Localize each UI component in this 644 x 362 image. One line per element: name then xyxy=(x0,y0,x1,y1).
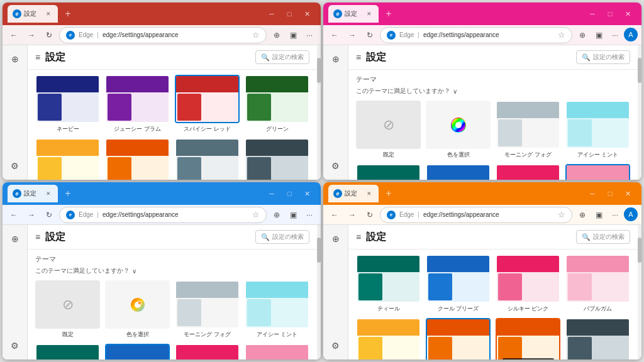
tab-close-1[interactable]: ✕ xyxy=(44,9,53,18)
sidebar-add-icon-4[interactable]: ⊕ xyxy=(327,230,345,248)
tab-close-4[interactable]: ✕ xyxy=(365,189,374,198)
collections-icon-4[interactable]: ⊕ xyxy=(575,207,590,222)
theme-item-icy-2[interactable]: アイシー ミント xyxy=(565,101,630,159)
theme-item-silky-4[interactable]: シルキー ピンク xyxy=(496,255,560,313)
bookmark-icon-4[interactable]: ☆ xyxy=(558,210,565,219)
tab-close-2[interactable]: ✕ xyxy=(365,9,374,18)
tab-2[interactable]: 設定 ✕ xyxy=(328,5,379,23)
collections-icon-2[interactable]: ⊕ xyxy=(575,28,590,43)
theme-item-morning-2[interactable]: モーニング フォグ xyxy=(496,101,560,159)
theme-item-dark-1[interactable]: ダーク グレー xyxy=(175,138,240,180)
new-tab-button-2[interactable]: + xyxy=(380,5,397,23)
theme-item-sunny-1[interactable]: サニー デイ xyxy=(35,138,100,180)
split-icon-4[interactable]: ▣ xyxy=(591,207,606,222)
url-bar-2[interactable]: e Edge | edge://settings/appearance ☆ xyxy=(380,27,572,43)
back-button-1[interactable]: ← xyxy=(6,28,21,43)
search-box-1[interactable]: 🔍 設定の検索 xyxy=(255,50,309,64)
theme-item-mango-4b[interactable]: マンゴー パラダイス マンゴー パラダイス xyxy=(496,318,560,359)
theme-item-icy-3[interactable]: アイシー ミント xyxy=(245,280,309,339)
sidebar-gear-icon-2[interactable]: ⚙ xyxy=(327,157,345,175)
theme-item-bubblegum-4[interactable]: バブルガム xyxy=(565,255,630,313)
profile-icon-4[interactable]: A xyxy=(624,207,638,221)
forward-button-4[interactable]: → xyxy=(345,207,360,222)
themes-content-3[interactable]: テーマ このテーマに満足していますか？ ∨ ⊘ 既定 xyxy=(28,250,317,359)
theme-item-silky-3[interactable]: シルキー ピンク xyxy=(175,344,240,359)
themes-content-2[interactable]: テーマ このテーマに満足していますか？ ∨ ⊘ 既定 xyxy=(348,70,638,180)
minimize-button-2[interactable]: ─ xyxy=(584,5,601,23)
hamburger-icon-3[interactable]: ≡ xyxy=(35,232,40,242)
scrollbar-4[interactable] xyxy=(638,225,641,359)
refresh-button-3[interactable]: ↻ xyxy=(42,207,57,222)
theme-item-bubblegum-3[interactable]: バブルガム xyxy=(245,344,309,359)
hamburger-icon-1[interactable]: ≡ xyxy=(35,52,40,62)
theme-item-morning-3[interactable]: モーニング フォグ xyxy=(175,280,240,339)
close-button-3[interactable]: ✕ xyxy=(298,185,316,202)
more-icon-1[interactable]: ··· xyxy=(302,28,317,43)
theme-item-plum-1[interactable]: ジューシー ブラム xyxy=(105,75,170,133)
split-icon-3[interactable]: ▣ xyxy=(286,207,301,222)
url-bar-3[interactable]: e Edge | edge://settings/appearance ☆ xyxy=(59,207,267,223)
theme-item-mango-1[interactable]: マンゴー パラダイス xyxy=(105,138,170,180)
back-button-2[interactable]: ← xyxy=(327,28,342,43)
theme-item-mango-4a[interactable]: マンゴー パラダイス xyxy=(426,318,491,359)
forward-button-3[interactable]: → xyxy=(24,207,39,222)
new-tab-button-3[interactable]: + xyxy=(59,185,77,202)
minimize-button-3[interactable]: ─ xyxy=(263,185,280,202)
theme-item-default-2[interactable]: ⊘ 既定 xyxy=(356,101,421,159)
bookmark-icon-2[interactable]: ☆ xyxy=(558,30,565,40)
bookmark-icon-1[interactable]: ☆ xyxy=(252,30,260,40)
maximize-button-2[interactable]: □ xyxy=(601,5,619,23)
theme-item-teal-4[interactable]: ティール xyxy=(356,255,421,313)
sidebar-gear-icon-3[interactable]: ⚙ xyxy=(6,337,24,354)
sidebar-gear-icon-1[interactable]: ⚙ xyxy=(6,157,24,175)
search-box-3[interactable]: 🔍 設定の検索 xyxy=(255,230,309,244)
maximize-button-4[interactable]: □ xyxy=(601,185,619,202)
forward-button-2[interactable]: → xyxy=(345,28,360,43)
tab-3[interactable]: 設定 ✕ xyxy=(8,185,58,202)
search-box-2[interactable]: 🔍 設定の検索 xyxy=(576,50,630,64)
theme-item-default-3[interactable]: ⊘ 既定 xyxy=(35,280,100,339)
forward-button-1[interactable]: → xyxy=(24,28,39,43)
theme-item-slate-4[interactable]: クール スレート xyxy=(565,318,630,359)
themes-content-4[interactable]: ティール クール ブリーズ xyxy=(348,250,638,359)
sidebar-gear-icon-4[interactable]: ⚙ xyxy=(327,337,345,354)
refresh-button-4[interactable]: ↻ xyxy=(362,207,377,222)
hamburger-icon-4[interactable]: ≡ xyxy=(356,232,361,242)
sidebar-add-icon-1[interactable]: ⊕ xyxy=(6,50,24,68)
theme-item-teal-3[interactable]: ティール xyxy=(35,344,100,359)
bookmark-icon-3[interactable]: ☆ xyxy=(252,210,260,219)
minimize-button-4[interactable]: ─ xyxy=(584,185,601,202)
hamburger-icon-2[interactable]: ≡ xyxy=(356,52,361,62)
refresh-button-1[interactable]: ↻ xyxy=(42,28,57,43)
url-bar-4[interactable]: e Edge | edge://settings/appearance ☆ xyxy=(380,207,572,223)
collections-icon-1[interactable]: ⊕ xyxy=(269,28,284,43)
satisfy-chevron-3[interactable]: ∨ xyxy=(132,268,136,275)
back-button-4[interactable]: ← xyxy=(327,207,342,222)
scrollbar-3[interactable] xyxy=(317,225,321,359)
collections-icon-3[interactable]: ⊕ xyxy=(269,207,284,222)
split-icon-2[interactable]: ▣ xyxy=(591,28,606,43)
theme-item-teal-2[interactable]: ティール xyxy=(356,164,421,180)
theme-item-cool-4[interactable]: クール ブリーズ xyxy=(426,255,491,313)
theme-item-sunny-4[interactable]: サニー デイ xyxy=(356,318,421,359)
theme-item-silky-2[interactable]: シルキー ピンク xyxy=(496,164,560,180)
maximize-button-1[interactable]: □ xyxy=(280,5,298,23)
tab-1[interactable]: 設定 ✕ xyxy=(8,5,58,23)
sidebar-add-icon-3[interactable]: ⊕ xyxy=(6,230,24,248)
theme-item-green-1[interactable]: グリーン xyxy=(245,75,309,133)
theme-item-colorpick-3[interactable]: 色を選択 xyxy=(105,280,170,339)
sidebar-add-icon-2[interactable]: ⊕ xyxy=(327,50,345,68)
theme-item-red-1[interactable]: スパイシー レッド xyxy=(175,75,240,133)
more-icon-4[interactable]: ··· xyxy=(608,207,623,222)
theme-item-slate-1[interactable]: クール スレート xyxy=(245,138,309,180)
url-bar-1[interactable]: e Edge | edge://settings/appearance ☆ xyxy=(59,27,267,43)
search-box-4[interactable]: 🔍 設定の検索 xyxy=(576,230,630,244)
minimize-button-1[interactable]: ─ xyxy=(263,5,280,23)
scrollbar-2[interactable] xyxy=(638,45,641,180)
maximize-button-3[interactable]: □ xyxy=(280,185,298,202)
themes-content-1[interactable]: ネービー ジューシー ブラム xyxy=(28,70,317,180)
theme-item-cool-2[interactable]: クール ブリーズ xyxy=(426,164,491,180)
close-button-4[interactable]: ✕ xyxy=(619,185,636,202)
theme-item-navy-1[interactable]: ネービー xyxy=(35,75,100,133)
satisfy-chevron-2[interactable]: ∨ xyxy=(453,88,457,95)
